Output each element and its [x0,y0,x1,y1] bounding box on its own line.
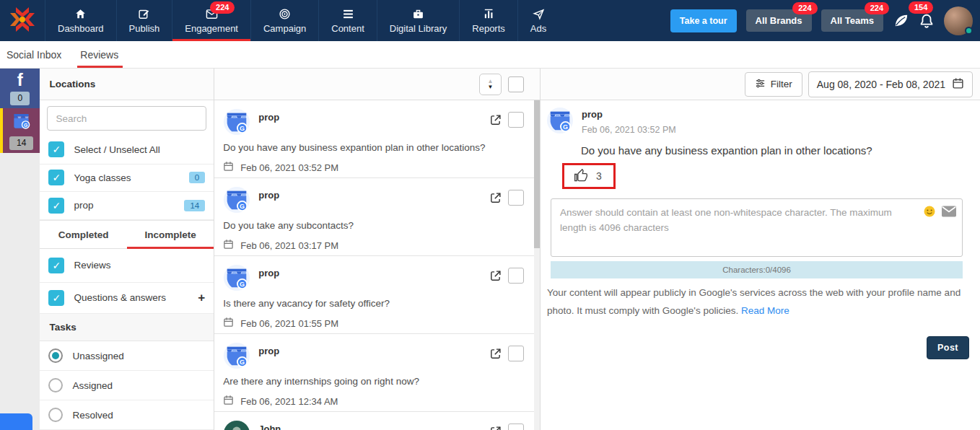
question-list-item[interactable]: G prop Are there any internships going o… [214,334,540,412]
location-checkbox[interactable]: ✓ [48,170,64,185]
user-avatar[interactable] [944,6,973,35]
thumbs-up-icon[interactable] [574,169,588,183]
leaf-icon[interactable] [893,12,909,29]
task-row-resolved[interactable]: Resolved [40,400,214,430]
calendar-icon [223,161,234,174]
tasks-title: Tasks [40,314,214,341]
item-checkbox[interactable] [508,346,524,361]
assigned-radio[interactable] [48,378,63,392]
locations-title: Locations [40,69,214,100]
list-toolbar: ▲ ▼ [214,69,540,100]
calendar-icon [223,239,234,252]
chat-widget-button[interactable] [0,413,32,430]
sort-order-button[interactable]: ▲ ▼ [479,74,502,95]
like-count: 3 [596,170,602,182]
select-all-row[interactable]: ✓ Select / Unselect All [40,136,214,164]
reviews-label: Reviews [74,260,110,271]
item-checkbox[interactable] [508,112,524,128]
app-logo[interactable] [0,0,45,41]
location-search-wrap [40,100,214,136]
item-checkbox[interactable] [508,424,524,430]
question-list-item[interactable]: John [214,412,540,430]
nav-item-publish[interactable]: Publish [116,0,172,41]
home-icon [74,8,87,20]
nav-item-reports[interactable]: Reports [459,0,517,41]
all-teams-button[interactable]: 224 All Teams [821,9,883,32]
svg-text:G: G [24,123,27,128]
unassigned-radio[interactable] [48,348,63,363]
filter-row-reviews[interactable]: ✓ Reviews [40,249,214,283]
channel-google-my-business[interactable]: G 14 [0,108,40,153]
location-name: Yoga classes [74,172,131,183]
question-author: prop [258,190,279,201]
external-link-icon[interactable] [489,192,502,204]
select-all-checkbox[interactable]: ✓ [48,141,64,157]
section-tabs: Social Inbox Reviews [0,41,980,69]
filter-button[interactable]: Filter [745,72,802,97]
questions-label: Questions & answers [74,292,166,303]
nav-item-digital-library[interactable]: Digital Library [377,0,459,41]
select-all-items-checkbox[interactable] [508,76,524,92]
tab-incomplete[interactable]: Incomplete [127,221,214,248]
task-label: Resolved [72,410,113,421]
location-checkbox[interactable]: ✓ [48,198,64,214]
external-link-icon[interactable] [489,426,502,430]
annotation-box: 3 [562,163,616,189]
task-label: Assigned [72,380,113,391]
gmb-avatar: G [546,107,574,134]
nav-item-engagement[interactable]: 224 Engagement [172,0,250,41]
date-range-picker[interactable]: Aug 08, 2020 - Feb 08, 2021 [808,71,973,97]
external-link-icon[interactable] [489,114,502,126]
post-button[interactable]: Post [927,336,969,359]
external-link-icon[interactable] [489,270,502,282]
nav-item-content[interactable]: Content [318,0,377,41]
target-icon [279,8,291,20]
question-date: Feb 06, 2021 12:34 AM [240,396,338,407]
reviews-checkbox[interactable]: ✓ [48,258,64,273]
nav-item-ads[interactable]: Ads [517,0,559,41]
external-link-icon[interactable] [489,348,502,360]
nav-item-campaign[interactable]: Campaign [250,0,318,41]
google-my-business-icon: G [12,111,31,133]
tab-social-inbox[interactable]: Social Inbox [6,41,61,68]
bell-icon[interactable] [919,13,935,29]
filter-label: Filter [771,79,792,89]
item-checkbox[interactable] [508,268,524,284]
item-checkbox[interactable] [508,190,524,206]
location-row-prop[interactable]: ✓ prop 14 [40,192,214,220]
main-content: f 0 G 14 Locations [0,69,980,430]
nav-item-dashboard[interactable]: Dashboard [45,0,116,41]
emoji-icon[interactable] [923,205,936,218]
expand-plus-icon[interactable]: + [198,291,205,305]
notifications-wrapper: 154 [919,13,935,29]
tab-reviews[interactable]: Reviews [80,41,118,68]
reply-textarea[interactable] [551,198,963,257]
filter-row-questions[interactable]: ✓ Questions & answers + [40,283,214,315]
scrollbar-thumb[interactable] [534,100,540,248]
read-more-link[interactable]: Read More [741,305,789,316]
question-list-item[interactable]: G prop Is there any vacancy for safety o… [214,256,540,334]
location-row-yoga[interactable]: ✓ Yoga classes 0 [40,164,214,192]
detail-author: prop [582,109,676,120]
resolved-radio[interactable] [48,408,63,422]
detail-question-text: Do you have any business expantion plan … [581,144,968,157]
question-list-item[interactable]: G prop Do you have any business expantio… [214,100,540,178]
tab-completed[interactable]: Completed [40,221,126,248]
svg-text:G: G [240,359,245,366]
nav-label: Reports [472,23,505,34]
notifications-count-badge: 154 [909,1,933,14]
location-search-input[interactable] [47,106,206,131]
task-row-unassigned[interactable]: Unassigned [40,341,214,371]
email-icon[interactable] [942,206,956,217]
question-author: prop [258,346,279,356]
list-scrollbar[interactable] [534,100,540,430]
take-a-tour-button[interactable]: Take a tour [670,9,737,32]
questions-checkbox[interactable]: ✓ [48,290,64,306]
question-list-item[interactable]: G prop Do you take any subcontacts? Feb … [214,178,540,256]
gmb-avatar: G [223,186,250,214]
question-author: prop [258,112,279,123]
task-row-assigned[interactable]: Assigned [40,371,214,400]
channel-facebook[interactable]: f 0 [0,69,40,108]
all-brands-button[interactable]: 224 All Brands [746,9,812,32]
calendar-icon [223,395,234,408]
